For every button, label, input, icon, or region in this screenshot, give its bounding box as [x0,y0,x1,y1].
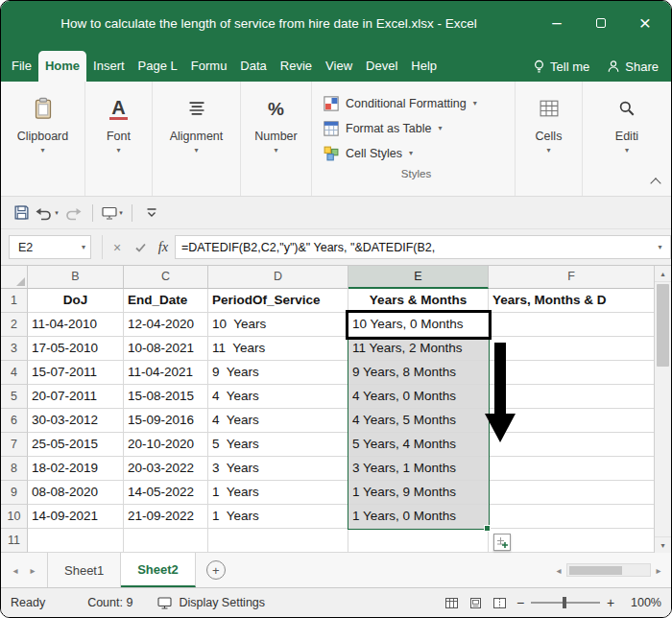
zoom-slider[interactable] [531,602,600,604]
cell-F1[interactable]: Years, Months & D [489,289,654,313]
column-header-C[interactable]: C [124,266,208,289]
cell-F2[interactable] [489,313,654,337]
row-header-5[interactable]: 5 [1,385,28,409]
cell-B7[interactable]: 25-05-2015 [28,433,124,457]
cell-D9[interactable]: 1 Years [208,481,348,505]
touch-mouse-mode-button[interactable]: ▾ [101,202,124,225]
column-header-B[interactable]: B [28,266,124,289]
cell-D7[interactable]: 5 Years [208,433,348,457]
insert-function-button[interactable]: fx [152,235,175,259]
cell-B4[interactable]: 15-07-2011 [28,361,124,385]
cell-D1[interactable]: PeriodOf_Service [208,289,348,313]
view-normal-button[interactable] [440,592,464,613]
cell-D6[interactable]: 4 Years [208,409,348,433]
tab-file[interactable]: File [5,51,38,82]
conditional-formatting-button[interactable]: Conditional Formatting ▾ [324,91,477,116]
row-header-4[interactable]: 4 [1,361,28,385]
font-group-button[interactable]: A Font ▾ [85,82,153,196]
row-header-1[interactable]: 1 [1,289,28,313]
cell-D4[interactable]: 9 Years [208,361,348,385]
row-header-9[interactable]: 9 [1,481,28,505]
horizontal-scrollbar[interactable]: ◂ ▸ [551,563,666,577]
zoom-level[interactable]: 100% [627,596,661,609]
zoom-out-button[interactable]: − [512,595,529,610]
cell-C8[interactable]: 20-03-2022 [124,457,208,481]
minimize-button[interactable]: – [535,1,579,45]
row-header-8[interactable]: 8 [1,457,28,481]
cell-E9[interactable]: 1 Years, 9 Months [348,481,489,505]
cell-C4[interactable]: 11-04-2021 [124,361,208,385]
tab-review[interactable]: Revie [274,51,319,82]
formula-bar-expand-icon[interactable]: ▾ [650,235,671,259]
format-as-table-button[interactable]: Format as Table ▾ [324,116,442,141]
cell-E7[interactable]: 5 Years, 4 Months [348,433,489,457]
cell-B2[interactable]: 11-04-2010 [28,313,124,337]
cell-B10[interactable]: 14-09-2021 [28,505,124,529]
formula-input[interactable]: =DATEDIF(B2,C2,"y")&" Years, "&DATEDIF(B… [175,235,650,259]
cell-D5[interactable]: 4 Years [208,385,348,409]
row-header-10[interactable]: 10 [1,505,28,529]
cell-D11[interactable] [208,529,348,553]
cell-C2[interactable]: 12-04-2020 [124,313,208,337]
tab-formulas[interactable]: Formu [184,51,234,82]
cell-C3[interactable]: 10-08-2021 [124,337,208,361]
scroll-down-icon[interactable]: ▾ [655,536,671,553]
cell-E3[interactable]: 11 Years, 2 Months [348,337,489,361]
column-header-F[interactable]: F [489,266,654,289]
tab-data[interactable]: Data [233,51,273,82]
tab-help[interactable]: Help [404,51,444,82]
cell-C7[interactable]: 20-10-2020 [124,433,208,457]
cell-C5[interactable]: 15-08-2015 [124,385,208,409]
new-sheet-button[interactable]: + [206,560,226,580]
vertical-scrollbar-thumb[interactable] [657,284,669,367]
cell-E4[interactable]: 9 Years, 8 Months [348,361,489,385]
status-count[interactable]: Count: 9 [87,596,132,609]
tell-me-button[interactable]: Tell me [524,51,598,82]
cell-E5[interactable]: 4 Years, 0 Months [348,385,489,409]
cell-F7[interactable] [489,433,654,457]
cell-D3[interactable]: 11 Years [208,337,348,361]
undo-button[interactable]: ▾ [36,202,59,225]
zoom-slider-handle[interactable] [563,597,566,608]
sheet-tab-sheet1[interactable]: Sheet1 [47,553,121,587]
cell-C1[interactable]: End_Date [124,289,208,313]
cell-F3[interactable] [489,337,654,361]
fill-handle[interactable] [484,525,491,532]
cell-E11[interactable] [348,529,489,553]
cell-B5[interactable]: 20-07-2011 [28,385,124,409]
cell-D10[interactable]: 1 Years [208,505,348,529]
cell-F9[interactable] [489,481,654,505]
cell-C11[interactable] [124,529,208,553]
cell-C9[interactable]: 14-05-2022 [124,481,208,505]
column-header-E[interactable]: E [348,266,489,289]
cell-E8[interactable]: 3 Years, 1 Months [348,457,489,481]
horizontal-scrollbar-thumb[interactable] [569,566,622,575]
tab-developer[interactable]: Devel [359,51,404,82]
enter-icon[interactable] [129,235,152,259]
redo-button[interactable] [61,202,84,225]
display-settings-button[interactable]: Display Settings [157,596,265,609]
cell-B3[interactable]: 17-05-2010 [28,337,124,361]
cells-group-button[interactable]: Cells ▾ [516,82,583,196]
cancel-icon[interactable]: × [106,235,129,259]
scroll-up-icon[interactable]: ▴ [655,266,671,282]
cell-B6[interactable]: 30-03-2012 [28,409,124,433]
cell-D8[interactable]: 3 Years [208,457,348,481]
name-box[interactable]: E2 ▾ [9,235,91,259]
number-group-button[interactable]: % Number ▾ [241,82,312,196]
cell-E6[interactable]: 4 Years, 5 Months [348,409,489,433]
cell-B9[interactable]: 08-08-2020 [28,481,124,505]
row-header-3[interactable]: 3 [1,337,28,361]
cell-F8[interactable] [489,457,654,481]
cell-C10[interactable]: 21-09-2022 [124,505,208,529]
cell-F11[interactable] [489,529,654,553]
close-button[interactable]: × [623,1,667,45]
sheet-tab-sheet2[interactable]: Sheet2 [121,553,196,587]
name-box-resize-grip[interactable] [91,235,103,259]
cell-D2[interactable]: 10 Years [208,313,348,337]
tab-insert[interactable]: Insert [86,51,132,82]
hscroll-left-icon[interactable]: ◂ [551,565,566,576]
cell-E10[interactable]: 1 Years, 0 Months [348,505,489,529]
sheet-nav-left-icon[interactable]: ◂ [7,565,24,576]
zoom-in-button[interactable]: + [602,595,619,610]
